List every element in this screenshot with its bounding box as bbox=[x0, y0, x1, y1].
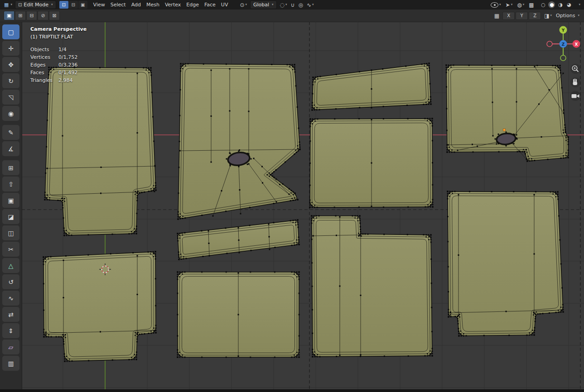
menu-uv[interactable]: UV bbox=[218, 2, 231, 8]
select-box-icon: ▢ bbox=[8, 29, 14, 36]
chevron-down-icon: ▾ bbox=[523, 3, 525, 6]
scale-icon: ◹ bbox=[9, 94, 14, 101]
select-mode-edge-button[interactable]: ⊟ bbox=[69, 1, 78, 9]
chevron-down-icon: ▾ bbox=[272, 3, 274, 6]
gizmo-icon: ➤ bbox=[506, 2, 510, 8]
overlays-toggle[interactable]: ◍ ▾ bbox=[516, 2, 525, 8]
pan-hand-icon[interactable] bbox=[570, 77, 580, 87]
mirror-x-button[interactable]: X bbox=[502, 12, 515, 20]
panel-far-right-top[interactable] bbox=[445, 64, 569, 162]
editor-type-button[interactable]: ▦ ▾ bbox=[3, 1, 14, 9]
active-vertex[interactable] bbox=[503, 129, 505, 131]
shading-solid-icon[interactable]: ● bbox=[548, 1, 555, 8]
menu-view[interactable]: View bbox=[91, 2, 108, 8]
panel-right-middle[interactable] bbox=[309, 118, 434, 208]
selection-mode-extend-button[interactable]: ⊞ bbox=[15, 11, 26, 20]
mirror-y-button[interactable]: Y bbox=[516, 12, 528, 20]
mirror-z-button[interactable]: Z bbox=[529, 12, 541, 20]
shading-dropdown-icon[interactable]: ▾ bbox=[579, 3, 580, 6]
panel-middle-strip[interactable] bbox=[177, 219, 300, 260]
chevron-down-icon: ▾ bbox=[578, 14, 579, 17]
select-mode-vertex-button[interactable]: ⊡ bbox=[59, 1, 68, 9]
stat-label: Faces bbox=[30, 69, 58, 76]
tool-poly-build-button[interactable]: △ bbox=[2, 258, 19, 273]
tool-loop-cut-button[interactable]: ◫ bbox=[2, 225, 19, 240]
pivot-point-button[interactable]: ⊙ ▾ bbox=[239, 2, 247, 8]
zoom-icon[interactable] bbox=[570, 64, 580, 74]
selection-mode-new-button[interactable]: ▣ bbox=[4, 11, 14, 20]
tool-cursor-button[interactable]: ✛ bbox=[2, 41, 19, 56]
eye-icon bbox=[491, 2, 498, 8]
select-mode-group: ⊡⊟▣ bbox=[59, 1, 87, 9]
orientation-dropdown[interactable]: Global ▾ bbox=[250, 0, 277, 9]
panel-top-middle[interactable] bbox=[177, 63, 301, 220]
tool-move-button[interactable]: ✥ bbox=[2, 57, 19, 72]
mode-dropdown[interactable]: ⊡ Edit Mode ▾ bbox=[15, 0, 56, 9]
xray-toggle[interactable]: ▩ bbox=[528, 2, 534, 8]
snap-target-icon: ◌ bbox=[280, 2, 285, 8]
menu-add[interactable]: Add bbox=[129, 2, 144, 8]
shading-rendered-icon[interactable]: ◕ bbox=[565, 1, 572, 8]
chevron-down-icon: ▾ bbox=[499, 3, 501, 6]
chevron-down-icon: ▾ bbox=[511, 3, 513, 6]
snap-grid-icon[interactable]: ▦ bbox=[494, 13, 500, 19]
snap-magnet-toggle[interactable]: ∪ bbox=[290, 2, 295, 8]
mesh-islands bbox=[43, 62, 569, 362]
tool-rotate-button[interactable]: ↻ bbox=[2, 73, 19, 88]
tool-inset-faces-button[interactable]: ▣ bbox=[2, 193, 19, 208]
proportional-editing-toggle[interactable]: ◎ bbox=[298, 2, 303, 8]
stat-value: 2,984 bbox=[58, 76, 87, 84]
gizmo-axis-x-neg[interactable] bbox=[547, 41, 552, 47]
spin-icon: ↺ bbox=[8, 278, 14, 286]
tool-shear-button[interactable]: ▱ bbox=[2, 339, 19, 354]
tool-edge-slide-button[interactable]: ⇄ bbox=[2, 307, 19, 322]
panel-top-left[interactable] bbox=[44, 67, 157, 236]
menu-face[interactable]: Face bbox=[202, 2, 218, 8]
tool-bevel-button[interactable]: ◪ bbox=[2, 209, 19, 224]
panel-right-top-strip[interactable] bbox=[311, 62, 432, 111]
edge-slide-icon: ⇄ bbox=[8, 311, 14, 318]
panel-right-tall[interactable] bbox=[311, 215, 433, 358]
tool-scale-button[interactable]: ◹ bbox=[2, 90, 19, 105]
options-dropdown[interactable]: Options ▾ bbox=[555, 13, 580, 19]
selection-mode-subtract-button[interactable]: ⊟ bbox=[26, 11, 37, 20]
menu-vertex[interactable]: Vertex bbox=[162, 2, 183, 8]
proportional-icon: ◎ bbox=[298, 2, 303, 8]
tool-annotate-button[interactable]: ✎ bbox=[2, 125, 19, 140]
nav-gizmo[interactable]: YXZ bbox=[547, 26, 580, 61]
tool-extrude-region-button[interactable]: ⇧ bbox=[2, 177, 19, 191]
extrude-region-icon: ⇧ bbox=[8, 181, 14, 188]
gizmo-axis-y-neg[interactable] bbox=[560, 55, 566, 61]
gizmos-toggle[interactable]: ➤ ▾ bbox=[505, 2, 513, 8]
stat-label: Edges bbox=[30, 61, 58, 69]
camera-view-icon[interactable] bbox=[570, 91, 580, 101]
panel-far-right-bottom[interactable] bbox=[447, 191, 564, 337]
viewport-3d[interactable]: YXZ Camera Perspective (1) TRIPTILT FLAT… bbox=[22, 22, 584, 389]
visibility-dropdown[interactable]: ▾ bbox=[490, 2, 502, 8]
live-unwrap-button[interactable]: ◨ ▾ bbox=[544, 13, 552, 19]
tool-rip-region-button[interactable]: ▥ bbox=[2, 356, 19, 371]
tool-smooth-button[interactable]: ∿ bbox=[2, 291, 19, 306]
snap-target-button[interactable]: ◌ ▾ bbox=[280, 2, 288, 8]
menu-strip: ViewSelectAddMeshVertexEdgeFaceUV bbox=[91, 0, 231, 10]
tool-select-box-button[interactable]: ▢ bbox=[2, 24, 19, 39]
shading-material-icon[interactable]: ◑ bbox=[557, 1, 564, 8]
menu-select[interactable]: Select bbox=[108, 2, 129, 8]
menu-edge[interactable]: Edge bbox=[183, 2, 202, 8]
stat-label: Vertices bbox=[30, 53, 58, 61]
panel-middle-bottom[interactable] bbox=[177, 271, 300, 358]
tool-knife-button[interactable]: ✂ bbox=[2, 242, 19, 257]
tool-measure-button[interactable]: ∡ bbox=[2, 141, 19, 156]
menu-mesh[interactable]: Mesh bbox=[144, 2, 162, 8]
tool-shrink-fatten-button[interactable]: ⇕ bbox=[2, 323, 19, 338]
selection-mode-invert-button[interactable]: ⊘ bbox=[38, 11, 48, 20]
falloff-dropdown[interactable]: ∿ ▾ bbox=[306, 2, 314, 8]
shading-wireframe-icon[interactable]: ○ bbox=[540, 1, 546, 8]
transform-cluster: ⊙ ▾ Global ▾ ◌ ▾ ∪ ◎ ∿ ▾ bbox=[239, 0, 314, 9]
selection-mode-intersect-button[interactable]: ⊠ bbox=[49, 11, 60, 20]
shading-mode-group: ○●◑◕ bbox=[538, 1, 574, 9]
tool-transform-button[interactable]: ◉ bbox=[2, 106, 19, 121]
select-mode-face-button[interactable]: ▣ bbox=[78, 1, 87, 9]
tool-spin-button[interactable]: ↺ bbox=[2, 274, 19, 289]
tool-add-cube-button[interactable]: ⊞ bbox=[2, 160, 19, 175]
